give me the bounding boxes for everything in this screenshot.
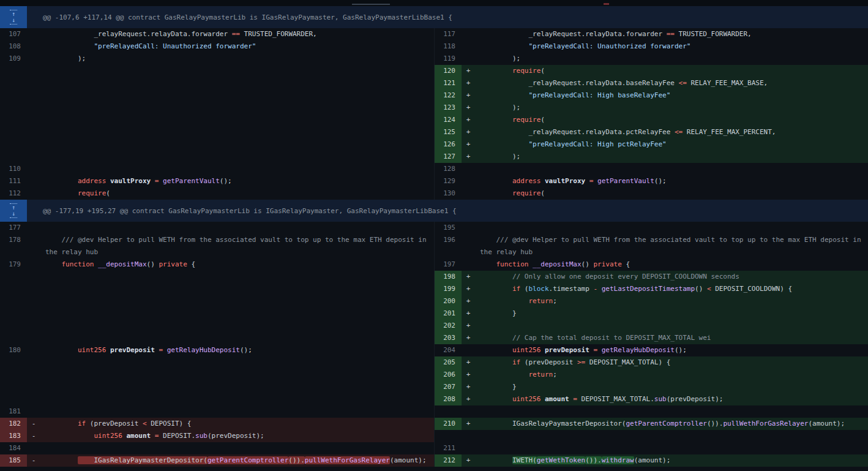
new-line-number[interactable]: 195 — [435, 222, 462, 234]
new-line-number[interactable]: 204 — [435, 344, 462, 356]
new-file-cell: 197 function __depositMax() private { — [434, 258, 868, 271]
old-file-cell — [0, 307, 434, 320]
new-file-cell: 127+ ); — [434, 151, 868, 163]
old-line-number[interactable]: 107 — [0, 28, 27, 40]
code-token — [106, 177, 110, 185]
new-line-number[interactable]: 126 — [435, 138, 462, 151]
new-file-cell: 120+ require( — [434, 65, 868, 77]
diff-marker: + — [462, 126, 475, 138]
new-line-number[interactable]: 118 — [435, 40, 462, 53]
code-line — [40, 356, 434, 369]
old-line-number[interactable]: 112 — [0, 187, 27, 200]
old-line-number[interactable]: 177 — [0, 222, 27, 234]
new-line-number[interactable]: 210 — [435, 418, 462, 430]
old-line-number[interactable]: 183 — [0, 430, 27, 442]
code-token: function — [62, 260, 94, 268]
code-token: getRelayHubDeposit — [602, 346, 675, 354]
new-line-number[interactable]: 199 — [435, 283, 462, 295]
diff-row: 198+ // Only allow one deposit every DEP… — [0, 271, 868, 283]
code-token: = — [573, 395, 577, 403]
new-line-number[interactable]: 125 — [435, 126, 462, 138]
code-line — [475, 163, 868, 175]
diff-row: 110128 — [0, 163, 868, 175]
old-line-number[interactable]: 178 — [0, 234, 27, 246]
old-file-cell — [0, 138, 434, 151]
new-line-number[interactable]: 201 — [435, 307, 462, 320]
diff-marker — [27, 187, 40, 200]
old-line-number[interactable]: 179 — [0, 258, 27, 271]
new-line-number[interactable]: 196 — [435, 234, 462, 246]
new-line-number[interactable]: 205 — [435, 356, 462, 369]
new-file-cell: 124+ require( — [434, 114, 868, 126]
new-line-number[interactable]: 202 — [435, 320, 462, 332]
code-token: ()). — [585, 456, 602, 464]
code-token — [106, 346, 110, 354]
diff-marker — [27, 295, 40, 307]
code-token: return — [528, 371, 553, 379]
diff-row: 177195 — [0, 222, 868, 234]
new-line-number[interactable]: 119 — [435, 53, 462, 65]
diff-marker: + — [462, 381, 475, 393]
old-line-number[interactable]: 111 — [0, 175, 27, 187]
new-line-number[interactable]: 121 — [435, 77, 462, 89]
diff-marker — [27, 234, 40, 246]
old-file-cell: 184 — [0, 442, 434, 454]
new-line-number[interactable]: 206 — [435, 369, 462, 381]
old-line-number[interactable]: 180 — [0, 344, 27, 356]
new-line-number[interactable]: 128 — [435, 163, 462, 175]
old-line-number — [0, 126, 27, 138]
code-token — [541, 177, 545, 185]
diff-row: 112 require(130 require( — [0, 187, 868, 200]
diff-marker — [27, 222, 40, 234]
code-token: RELAY_FEE_MAX_BASE, — [687, 79, 768, 87]
old-line-number[interactable]: 109 — [0, 53, 27, 65]
old-line-number[interactable]: 181 — [0, 405, 27, 418]
diff-marker — [27, 53, 40, 65]
old-line-number[interactable]: 110 — [0, 163, 27, 175]
new-file-cell: 126+ "preRelayedCall: High pctRelayFee" — [434, 138, 868, 151]
new-line-number[interactable]: 212 — [435, 454, 462, 467]
new-line-number[interactable]: 117 — [435, 28, 462, 40]
new-line-number[interactable]: 211 — [435, 442, 462, 454]
expand-hunk-button[interactable]: ↑↓ — [0, 200, 27, 222]
new-line-number[interactable]: 123 — [435, 102, 462, 114]
new-line-number[interactable]: 130 — [435, 187, 462, 200]
new-line-number[interactable]: 198 — [435, 271, 462, 283]
old-file-cell — [0, 356, 434, 369]
old-line-number[interactable]: 185 — [0, 454, 27, 467]
code-token: uint256 — [94, 432, 122, 440]
new-line-number[interactable]: 120 — [435, 65, 462, 77]
clipped-top-toolbar — [0, 0, 868, 6]
new-line-number[interactable]: 122 — [435, 89, 462, 102]
code-line — [40, 163, 434, 175]
new-line-number[interactable]: 208 — [435, 393, 462, 405]
new-line-number[interactable]: 129 — [435, 175, 462, 187]
code-line: ); — [40, 53, 434, 65]
code-token — [480, 91, 528, 99]
old-line-number[interactable]: 184 — [0, 442, 27, 454]
hunk-header-text: @@ -107,6 +117,14 @@ contract GasRelayPa… — [27, 13, 452, 21]
old-line-number[interactable]: 108 — [0, 40, 27, 53]
old-line-number — [0, 369, 27, 381]
code-token — [480, 42, 528, 50]
old-line-number[interactable]: 182 — [0, 418, 27, 430]
code-token: "preRelayedCall: High pctRelayFee" — [528, 140, 666, 148]
new-line-number[interactable]: 197 — [435, 258, 462, 271]
code-token: == — [232, 30, 240, 38]
new-line-number[interactable]: 127 — [435, 151, 462, 163]
new-line-number[interactable]: 124 — [435, 114, 462, 126]
new-line-number[interactable]: 203 — [435, 332, 462, 344]
code-token: ()). — [707, 420, 724, 428]
diff-marker: - — [27, 430, 40, 442]
diff-marker: + — [462, 418, 475, 430]
old-file-cell — [0, 295, 434, 307]
diff-row: 202+ — [0, 320, 868, 332]
code-line: "preRelayedCall: High baseRelayFee" — [475, 89, 868, 102]
expand-hunk-button[interactable]: ↑↓ — [0, 6, 27, 28]
new-line-number[interactable]: 200 — [435, 295, 462, 307]
code-token — [597, 285, 602, 293]
code-token: "preRelayedCall: High baseRelayFee" — [528, 91, 670, 99]
code-token: require — [512, 67, 541, 75]
new-line-number[interactable]: 207 — [435, 381, 462, 393]
code-line: return; — [475, 369, 868, 381]
